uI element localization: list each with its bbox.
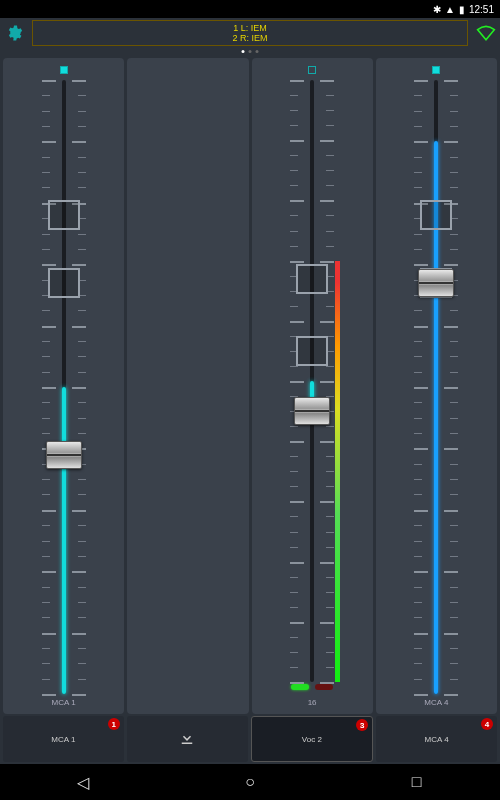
mute-toggle[interactable] xyxy=(60,66,68,74)
bluetooth-icon: ✱ xyxy=(433,4,441,15)
channel-indicators xyxy=(291,684,333,694)
bottom-cell[interactable]: 1MCA 1 xyxy=(3,716,124,762)
channel-header[interactable]: 1 L: IEM 2 R: IEM xyxy=(32,20,468,46)
battery-icon: ▮ xyxy=(459,4,465,15)
notification-badge: 4 xyxy=(481,718,493,730)
page-dot xyxy=(249,50,252,53)
settings-button[interactable] xyxy=(0,19,28,47)
signal-icon: ▲ xyxy=(445,4,455,15)
mute-toggle[interactable] xyxy=(308,66,316,74)
notification-badge: 3 xyxy=(356,719,368,731)
page-dot xyxy=(242,50,245,53)
bottom-cell[interactable]: 3Voc 2 xyxy=(251,716,374,762)
fader-track[interactable] xyxy=(252,80,373,682)
mixer-area: MCA 116MCA 4 xyxy=(0,48,500,716)
channel-label: 16 xyxy=(308,698,317,710)
fader-marker xyxy=(48,268,80,298)
level-meter xyxy=(335,261,340,682)
nav-back[interactable]: ◁ xyxy=(63,770,103,794)
bottom-cell-label: MCA 4 xyxy=(425,735,449,744)
page-dot xyxy=(256,50,259,53)
bottom-cell[interactable] xyxy=(127,716,248,762)
android-nav-bar: ◁ ○ □ xyxy=(0,764,500,800)
fader-track[interactable] xyxy=(376,80,497,694)
bottom-row: 1MCA 13Voc 24MCA 4 xyxy=(0,716,500,764)
fader-track xyxy=(127,80,248,694)
app-screen: ✱ ▲ ▮ 12:51 1 L: IEM 2 R: IEM MCA 116MCA… xyxy=(0,0,500,800)
channel-strip: MCA 1 xyxy=(3,58,124,714)
fader-track[interactable] xyxy=(3,80,124,694)
bottom-cell[interactable]: 4MCA 4 xyxy=(376,716,497,762)
nav-home[interactable]: ○ xyxy=(230,770,270,794)
channel-label: MCA 4 xyxy=(424,698,448,710)
channel-strip: MCA 4 xyxy=(376,58,497,714)
connection-button[interactable] xyxy=(472,19,500,47)
top-bar: 1 L: IEM 2 R: IEM xyxy=(0,18,500,48)
gear-icon xyxy=(5,24,23,42)
mute-toggle[interactable] xyxy=(432,66,440,74)
channel-strip: 16 xyxy=(252,58,373,714)
fader-marker xyxy=(296,264,328,294)
fader-knob[interactable] xyxy=(46,441,82,469)
nav-recent[interactable]: □ xyxy=(397,770,437,794)
bottom-cell-label: Voc 2 xyxy=(302,735,322,744)
header-line-1: 1 L: IEM xyxy=(233,23,267,33)
status-time: 12:51 xyxy=(469,4,494,15)
android-status-bar: ✱ ▲ ▮ 12:51 xyxy=(0,0,500,18)
channel-label: MCA 1 xyxy=(52,698,76,710)
header-line-2: 2 R: IEM xyxy=(232,33,267,43)
download-icon xyxy=(178,729,196,749)
bottom-cell-label: MCA 1 xyxy=(51,735,75,744)
notification-badge: 1 xyxy=(108,718,120,730)
fader-knob[interactable] xyxy=(418,269,454,297)
wifi-icon xyxy=(476,24,496,42)
fader-marker xyxy=(48,200,80,230)
fader-knob[interactable] xyxy=(294,397,330,425)
channel-strip xyxy=(127,58,248,714)
page-indicator xyxy=(242,50,259,53)
fader-marker xyxy=(420,200,452,230)
fader-marker xyxy=(296,336,328,366)
